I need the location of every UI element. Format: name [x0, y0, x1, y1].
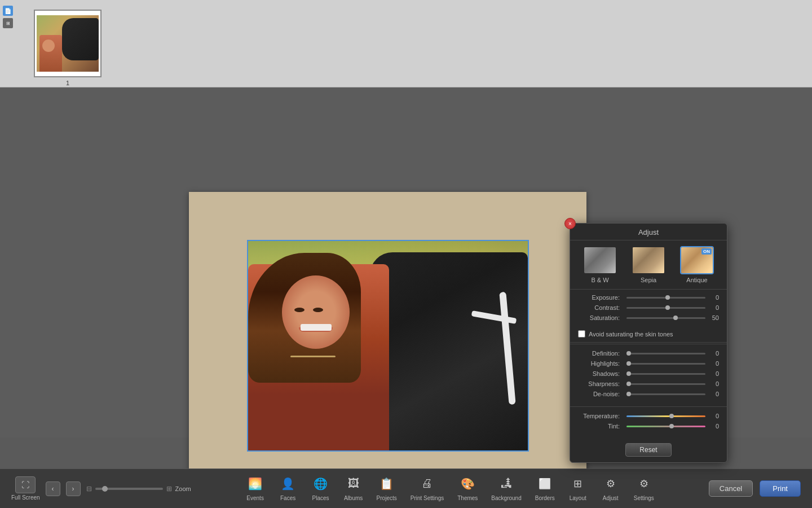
preset-sepia[interactable]: Sepia: [632, 246, 665, 283]
tool-borders[interactable]: ⬜ Borders: [531, 474, 559, 501]
bottom-right-section: Cancel Print: [709, 480, 812, 497]
tool-themes[interactable]: 🎨 Themes: [453, 474, 482, 501]
preset-sepia-image: [633, 247, 664, 273]
definition-value: 0: [708, 350, 719, 357]
highlights-track[interactable]: [626, 363, 705, 365]
borders-label: Borders: [535, 495, 555, 501]
zoom-section: ⊟ ⊞ Zoom: [86, 485, 191, 493]
adjust-panel-close-btn[interactable]: ×: [564, 218, 576, 229]
divider-1: [570, 344, 727, 344]
preset-sepia-thumb: [632, 246, 665, 274]
denoise-track[interactable]: [626, 393, 705, 395]
tool-adjust[interactable]: ⚙ Adjust: [597, 474, 625, 501]
themes-icon: 🎨: [458, 474, 477, 493]
sharpness-label: Sharpness:: [578, 380, 624, 387]
adjust-icon: ⚙: [601, 474, 620, 493]
sliders-group-2: Definition: 0 Highlights: 0 Shadows: 0: [570, 345, 727, 405]
background-label: Background: [491, 495, 521, 501]
sharpness-value: 0: [708, 380, 719, 387]
temperature-label: Temperature:: [578, 413, 624, 419]
settings-label: Settings: [634, 495, 654, 501]
bottom-left-section: ⛶ Full Screen ‹ › ⊟ ⊞ Zoom: [0, 476, 191, 501]
tint-label: Tint:: [578, 423, 624, 430]
highlights-row: Highlights: 0: [578, 360, 719, 367]
reset-button[interactable]: Reset: [625, 443, 671, 457]
preset-antique[interactable]: ON Antique: [680, 246, 714, 283]
saturation-label: Saturation:: [578, 314, 624, 321]
filmstrip-icon-2[interactable]: ⊞: [3, 18, 13, 28]
saturation-value: 50: [708, 314, 719, 321]
bottom-toolbar: ⛶ Full Screen ‹ › ⊟ ⊞ Zoom 🌅 Events 👤 Fa…: [0, 468, 812, 508]
denoise-value: 0: [708, 391, 719, 397]
layout-icon: ⊞: [568, 474, 588, 493]
tool-faces[interactable]: 👤 Faces: [274, 474, 302, 501]
events-icon: 🌅: [246, 474, 265, 493]
reset-row: Reset: [570, 437, 727, 462]
preset-antique-image: ON: [681, 247, 713, 273]
contrast-row: Contrast: 0: [578, 304, 719, 311]
tint-row: Tint: 0: [578, 423, 719, 430]
zoom-label: Zoom: [175, 485, 191, 492]
faces-icon: 👤: [279, 474, 298, 493]
tool-places[interactable]: 🌐 Places: [307, 474, 335, 501]
zoom-slider[interactable]: [95, 488, 163, 490]
sharpness-track[interactable]: [626, 383, 705, 385]
faces-label: Faces: [280, 495, 295, 501]
cancel-button[interactable]: Cancel: [709, 480, 753, 497]
preset-antique-label: Antique: [686, 277, 707, 283]
tool-background[interactable]: 🏞 Background: [487, 474, 526, 501]
adjust-panel: × Adjust B & W Sepia: [570, 223, 727, 463]
places-icon: 🌐: [311, 474, 330, 493]
tool-settings[interactable]: ⚙ Settings: [629, 474, 659, 501]
borders-icon: ⬜: [535, 474, 554, 493]
exposure-track[interactable]: [626, 297, 705, 299]
sliders-group-3: Temperature: 0 Tint: 0: [570, 408, 727, 437]
albums-icon: 🖼: [344, 474, 363, 493]
contrast-track[interactable]: [626, 307, 705, 309]
next-button[interactable]: ›: [66, 481, 81, 496]
shadows-value: 0: [708, 370, 719, 377]
tool-albums[interactable]: 🖼 Albums: [339, 474, 368, 501]
exposure-row: Exposure: 0: [578, 294, 719, 301]
denoise-row: De-noise: 0: [578, 391, 719, 397]
events-label: Events: [246, 495, 264, 501]
bottom-tools: 🌅 Events 👤 Faces 🌐 Places 🖼 Albums 📋 Pro…: [241, 474, 659, 503]
skin-tones-checkbox[interactable]: [578, 330, 585, 338]
adjust-label: Adjust: [603, 495, 619, 501]
photo-image: [248, 241, 528, 450]
denoise-label: De-noise:: [578, 391, 624, 397]
print-canvas: ⊞ ⊟ ✋: [189, 192, 586, 500]
exposure-label: Exposure:: [578, 294, 624, 301]
definition-track[interactable]: [626, 353, 705, 354]
projects-icon: 📋: [377, 474, 396, 493]
fullscreen-button[interactable]: ⛶ Full Screen: [11, 476, 40, 501]
preset-on-badge: ON: [701, 248, 712, 255]
saturation-row: Saturation: 50: [578, 314, 719, 321]
print-settings-icon: 🖨: [417, 474, 436, 493]
saturation-track[interactable]: [626, 317, 705, 319]
prev-button[interactable]: ‹: [46, 481, 60, 496]
tint-value: 0: [708, 423, 719, 430]
preset-bw-thumb: [583, 246, 617, 274]
adjust-panel-title: Adjust: [570, 224, 727, 240]
tool-projects[interactable]: 📋 Projects: [372, 474, 401, 501]
close-icon: ×: [568, 221, 572, 227]
preset-sepia-label: Sepia: [641, 277, 656, 283]
contrast-value: 0: [708, 304, 719, 311]
tool-layout[interactable]: ⊞ Layout: [564, 474, 592, 501]
highlights-value: 0: [708, 360, 719, 367]
settings-icon: ⚙: [634, 474, 654, 493]
filmstrip-icon-1[interactable]: 📄: [3, 6, 13, 16]
photo-frame[interactable]: ⊞ ⊟ ✋: [247, 240, 529, 452]
themes-label: Themes: [457, 495, 478, 501]
tool-events[interactable]: 🌅 Events: [241, 474, 270, 501]
temperature-value: 0: [708, 413, 719, 419]
temperature-track[interactable]: [626, 415, 705, 417]
shadows-track[interactable]: [626, 373, 705, 375]
preset-bw[interactable]: B & W: [583, 246, 617, 283]
sharpness-row: Sharpness: 0: [578, 380, 719, 387]
tool-print-settings[interactable]: 🖨 Print Settings: [406, 474, 448, 501]
print-button[interactable]: Print: [760, 480, 801, 497]
tint-track[interactable]: [626, 426, 705, 427]
filmstrip-thumbnail[interactable]: 1: [34, 10, 102, 77]
